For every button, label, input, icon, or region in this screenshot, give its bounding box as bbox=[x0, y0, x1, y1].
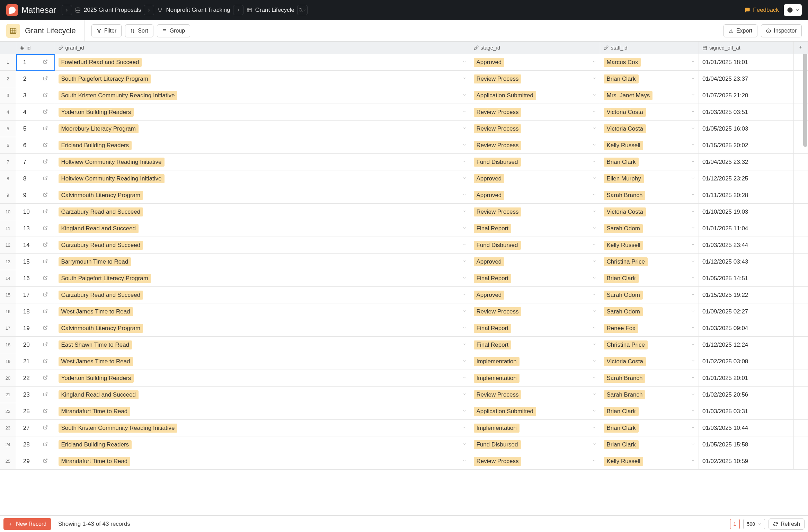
grant-cell[interactable]: Barrymouth Time to Read bbox=[55, 254, 470, 270]
open-record-icon[interactable] bbox=[43, 325, 48, 331]
table-row[interactable]: 22South Paigefort Literacy ProgramReview… bbox=[0, 71, 808, 87]
chevron-down-icon[interactable] bbox=[462, 325, 467, 331]
chevron-down-icon[interactable] bbox=[691, 59, 695, 65]
row-number-header[interactable] bbox=[0, 42, 16, 54]
table-row[interactable]: 44Yoderton Building ReadersReview Proces… bbox=[0, 104, 808, 121]
chevron-down-icon[interactable] bbox=[691, 392, 695, 398]
stage-pill[interactable]: Review Process bbox=[474, 74, 522, 83]
staff-cell[interactable]: Brian Clark bbox=[600, 420, 699, 436]
export-button[interactable]: Export bbox=[723, 24, 757, 37]
row-number[interactable]: 13 bbox=[0, 254, 16, 270]
chevron-down-icon[interactable] bbox=[592, 325, 596, 331]
stage-pill[interactable]: Implementation bbox=[474, 374, 520, 383]
row-number[interactable]: 11 bbox=[0, 220, 16, 237]
chevron-down-icon[interactable] bbox=[691, 375, 695, 381]
stage-cell[interactable]: Implementation bbox=[470, 353, 601, 370]
chevron-down-icon[interactable] bbox=[462, 126, 467, 132]
open-record-icon[interactable] bbox=[43, 225, 48, 231]
staff-cell[interactable]: Sarah Branch bbox=[600, 387, 699, 403]
stage-pill[interactable]: Implementation bbox=[474, 357, 520, 366]
stage-pill[interactable]: Review Process bbox=[474, 207, 522, 216]
chevron-down-icon[interactable] bbox=[462, 392, 467, 398]
stage-cell[interactable]: Fund Disbursed bbox=[470, 237, 601, 254]
chevron-down-icon[interactable] bbox=[592, 408, 596, 414]
signed-cell[interactable]: 01/05/2025 16:03 bbox=[699, 121, 794, 137]
staff-pill[interactable]: Sarah Branch bbox=[604, 390, 645, 399]
stage-cell[interactable]: Application Submitted bbox=[470, 87, 601, 104]
add-column-button[interactable] bbox=[794, 42, 808, 54]
stage-cell[interactable]: Implementation bbox=[470, 370, 601, 387]
staff-cell[interactable]: Renee Fox bbox=[600, 320, 699, 337]
table-row[interactable]: 55Moorebury Literacy ProgramReview Proce… bbox=[0, 121, 808, 137]
id-cell[interactable]: 29 bbox=[16, 453, 55, 470]
open-record-icon[interactable] bbox=[43, 209, 48, 215]
open-record-icon[interactable] bbox=[43, 292, 48, 298]
open-record-icon[interactable] bbox=[43, 192, 48, 198]
row-number[interactable]: 16 bbox=[0, 303, 16, 320]
chevron-down-icon[interactable] bbox=[691, 92, 695, 98]
staff-pill[interactable]: Mrs. Janet Mays bbox=[604, 91, 652, 100]
id-cell[interactable]: 5 bbox=[16, 121, 55, 137]
chevron-down-icon[interactable] bbox=[592, 259, 596, 265]
breadcrumb-schema[interactable]: Nonprofit Grant Tracking bbox=[157, 7, 230, 14]
stage-cell[interactable]: Review Process bbox=[470, 204, 601, 220]
chevron-down-icon[interactable] bbox=[462, 242, 467, 248]
chevron-down-icon[interactable] bbox=[691, 225, 695, 231]
table-row[interactable]: 1010Garzabury Read and SucceedReview Pro… bbox=[0, 204, 808, 220]
refresh-button[interactable]: Refresh bbox=[769, 518, 805, 530]
chevron-down-icon[interactable] bbox=[691, 358, 695, 364]
staff-cell[interactable]: Sarah Odom bbox=[600, 303, 699, 320]
grant-pill[interactable]: Yoderton Building Readers bbox=[59, 374, 134, 383]
breadcrumb-chevron[interactable] bbox=[62, 5, 72, 15]
chevron-down-icon[interactable] bbox=[462, 259, 467, 265]
grant-pill[interactable]: Mirandafurt Time to Read bbox=[59, 457, 131, 466]
stage-cell[interactable]: Implementation bbox=[470, 420, 601, 436]
table-row[interactable]: 1416South Paigefort Literacy ProgramFina… bbox=[0, 270, 808, 287]
table-row[interactable]: 66Ericland Building ReadersReview Proces… bbox=[0, 137, 808, 154]
chevron-down-icon[interactable] bbox=[592, 92, 596, 98]
table-row[interactable]: 88Holtview Community Reading InitiativeA… bbox=[0, 170, 808, 187]
stage-cell[interactable]: Review Process bbox=[470, 137, 601, 154]
staff-pill[interactable]: Victoria Costa bbox=[604, 108, 646, 117]
open-record-icon[interactable] bbox=[43, 425, 48, 431]
open-record-icon[interactable] bbox=[43, 59, 48, 65]
signed-cell[interactable]: 01/10/2025 19:03 bbox=[699, 204, 794, 220]
chevron-down-icon[interactable] bbox=[592, 209, 596, 215]
id-cell[interactable]: 1 bbox=[16, 54, 55, 71]
stage-pill[interactable]: Final Report bbox=[474, 340, 512, 349]
signed-cell[interactable]: 01/05/2025 15:58 bbox=[699, 436, 794, 453]
staff-cell[interactable]: Mrs. Janet Mays bbox=[600, 87, 699, 104]
table-container[interactable]: id grant_id stage_id staff_id signed_off… bbox=[0, 42, 808, 515]
row-number[interactable]: 8 bbox=[0, 170, 16, 187]
grant-cell[interactable]: Garzabury Read and Succeed bbox=[55, 287, 470, 303]
grant-pill[interactable]: Barrymouth Time to Read bbox=[59, 257, 131, 266]
grant-pill[interactable]: South Kristen Community Reading Initiati… bbox=[59, 91, 178, 100]
signed-cell[interactable]: 01/07/2025 21:20 bbox=[699, 87, 794, 104]
grant-pill[interactable]: Moorebury Literacy Program bbox=[59, 124, 139, 133]
chevron-down-icon[interactable] bbox=[462, 76, 467, 82]
staff-pill[interactable]: Brian Clark bbox=[604, 440, 638, 449]
settings-button[interactable] bbox=[784, 4, 802, 16]
scrollbar[interactable] bbox=[803, 43, 807, 147]
chevron-down-icon[interactable] bbox=[691, 242, 695, 248]
grant-cell[interactable]: East Shawn Time to Read bbox=[55, 337, 470, 353]
row-number[interactable]: 3 bbox=[0, 87, 16, 104]
signed-cell[interactable]: 01/03/2025 03:31 bbox=[699, 403, 794, 420]
staff-cell[interactable]: Sarah Branch bbox=[600, 187, 699, 204]
staff-pill[interactable]: Brian Clark bbox=[604, 424, 638, 433]
chevron-down-icon[interactable] bbox=[592, 392, 596, 398]
grant-pill[interactable]: South Paigefort Literacy Program bbox=[59, 74, 151, 83]
chevron-down-icon[interactable] bbox=[691, 159, 695, 165]
signed-cell[interactable]: 01/01/2025 11:04 bbox=[699, 220, 794, 237]
chevron-down-icon[interactable] bbox=[462, 425, 467, 431]
chevron-down-icon[interactable] bbox=[592, 176, 596, 181]
row-number[interactable]: 20 bbox=[0, 370, 16, 387]
row-number[interactable]: 9 bbox=[0, 187, 16, 204]
table-row[interactable]: 1113Kingland Read and SucceedFinal Repor… bbox=[0, 220, 808, 237]
table-row[interactable]: 1719Calvinmouth Literacy ProgramFinal Re… bbox=[0, 320, 808, 337]
id-cell[interactable]: 25 bbox=[16, 403, 55, 420]
staff-cell[interactable]: Victoria Costa bbox=[600, 204, 699, 220]
signed-cell[interactable]: 01/04/2025 23:37 bbox=[699, 71, 794, 87]
chevron-down-icon[interactable] bbox=[462, 192, 467, 198]
table-row[interactable]: 1214Garzabury Read and SucceedFund Disbu… bbox=[0, 237, 808, 254]
